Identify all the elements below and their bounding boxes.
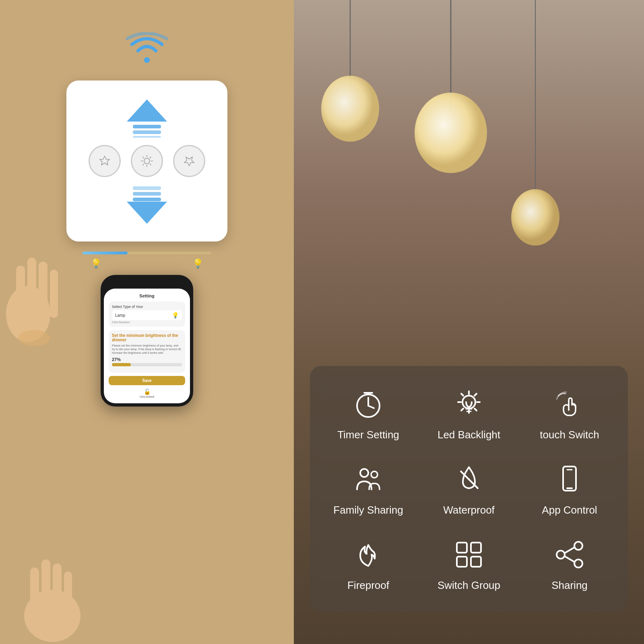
brightness-bar-container <box>83 252 211 254</box>
svg-rect-22 <box>27 258 36 318</box>
svg-rect-29 <box>53 564 62 620</box>
hanging-lamp-3 <box>507 0 564 274</box>
feature-touch-switch: touch Switch <box>527 386 612 441</box>
svg-rect-60 <box>471 543 481 553</box>
svg-rect-24 <box>50 270 58 318</box>
switch-group-icon <box>451 537 487 573</box>
phone-save-button[interactable]: Save <box>109 376 185 385</box>
phone-screen: Setting Select Type of Your Lamp 💡 Click… <box>104 289 190 403</box>
features-overlay: Timer Setting <box>310 366 628 612</box>
hand-touch-icon <box>0 225 76 346</box>
svg-rect-28 <box>41 559 50 620</box>
family-sharing-icon <box>350 461 386 497</box>
svg-rect-61 <box>457 557 467 567</box>
sharing-icon <box>551 537 588 573</box>
feature-family-sharing: Family Sharing <box>326 461 411 516</box>
svg-point-63 <box>574 542 582 550</box>
svg-point-37 <box>511 189 559 246</box>
svg-rect-21 <box>16 266 25 318</box>
svg-line-11 <box>143 157 144 159</box>
svg-marker-1 <box>127 99 167 122</box>
svg-rect-62 <box>471 557 481 567</box>
phone-lamp-section: Select Type of Your Lamp 💡 Click Reselec… <box>109 301 185 327</box>
svg-line-40 <box>368 406 374 408</box>
svg-point-6 <box>144 158 150 164</box>
feature-family-sharing-label: Family Sharing <box>333 504 403 516</box>
svg-rect-3 <box>133 130 161 134</box>
svg-rect-17 <box>133 192 161 196</box>
led-backlight-icon <box>451 386 487 422</box>
svg-point-0 <box>144 57 150 63</box>
brightness-fill <box>83 252 128 254</box>
bulb-icons-row: 💡 💡 <box>78 258 215 269</box>
feature-switch-group-label: Switch Group <box>438 579 500 592</box>
feature-waterproof: Waterproof <box>427 461 511 516</box>
feature-led-backlight-label: Led Backlight <box>438 429 500 441</box>
svg-rect-16 <box>133 186 161 190</box>
phone-slider <box>112 363 182 366</box>
svg-rect-23 <box>39 262 47 318</box>
timer-setting-icon <box>350 386 386 422</box>
svg-rect-30 <box>64 572 72 620</box>
right-panel: Timer Setting <box>294 0 644 644</box>
app-control-icon <box>551 461 588 497</box>
left-bulb-icon: 💡 <box>91 258 101 269</box>
waterproof-icon <box>451 461 487 497</box>
phone-lock-icon: 🔓 <box>144 388 151 395</box>
svg-line-66 <box>565 547 574 553</box>
svg-line-49 <box>475 394 477 396</box>
svg-line-47 <box>461 394 463 396</box>
phone-lock-text: UnLocked <box>140 395 154 398</box>
svg-line-12 <box>150 164 151 165</box>
feature-timer-setting: Timer Setting <box>326 386 411 441</box>
phone-description: Please set the minimum brightness of you… <box>112 344 182 355</box>
phone-brightness-section: Set the minimum brightness of the dimmer… <box>109 330 185 373</box>
svg-marker-5 <box>100 156 109 165</box>
wifi-icon-container <box>125 32 169 64</box>
svg-point-64 <box>557 551 565 559</box>
brightness-bar <box>83 252 211 254</box>
features-grid: Timer Setting <box>326 386 612 592</box>
phone-lamp-name: Lamp <box>115 313 125 318</box>
svg-rect-2 <box>133 125 161 128</box>
arrow-up-icon <box>123 97 171 138</box>
brightness-down-button[interactable] <box>173 145 205 177</box>
phone-lamp-icon: 💡 <box>172 312 179 318</box>
phone-lock-row: 🔓 UnLocked <box>109 388 185 398</box>
brightness-up-button[interactable] <box>89 145 121 177</box>
svg-point-25 <box>18 330 50 346</box>
svg-marker-19 <box>127 202 167 224</box>
svg-line-13 <box>150 157 151 159</box>
svg-line-48 <box>475 409 477 411</box>
switch-controls <box>89 97 205 225</box>
feature-sharing: Sharing <box>527 537 612 592</box>
hanging-lamp-1 <box>411 0 491 209</box>
hanging-lamp-2 <box>318 0 382 169</box>
fireproof-icon <box>350 537 386 573</box>
feature-app-control: App Control <box>527 461 612 516</box>
touch-switch-icon <box>551 386 588 422</box>
feature-sharing-label: Sharing <box>551 579 588 592</box>
svg-point-32 <box>415 93 487 173</box>
svg-point-35 <box>321 76 379 142</box>
phone-slider-fill <box>112 363 131 366</box>
svg-point-54 <box>371 471 378 478</box>
feature-waterproof-label: Waterproof <box>443 504 495 516</box>
svg-line-50 <box>461 409 463 411</box>
phone-lamp-section-title: Select Type of Your <box>112 305 182 309</box>
phone-click-text: Click Reselect <box>112 321 182 324</box>
right-bulb-icon: 💡 <box>192 258 203 269</box>
svg-line-14 <box>143 164 144 165</box>
light-setting-button[interactable] <box>131 145 163 177</box>
svg-line-67 <box>565 556 574 562</box>
hand-bottom-icon <box>12 543 93 644</box>
svg-point-65 <box>574 559 582 568</box>
phone-percent: 27% <box>112 357 182 362</box>
phone-mockup: Setting Select Type of Your Lamp 💡 Click… <box>101 275 193 407</box>
arrow-down-icon <box>123 184 171 225</box>
feature-timer-setting-label: Timer Setting <box>337 429 399 441</box>
feature-fireproof-label: Fireproof <box>347 579 389 592</box>
phone-notch <box>131 278 163 287</box>
feature-switch-group: Switch Group <box>427 537 511 592</box>
phone-header: Setting <box>109 293 185 298</box>
